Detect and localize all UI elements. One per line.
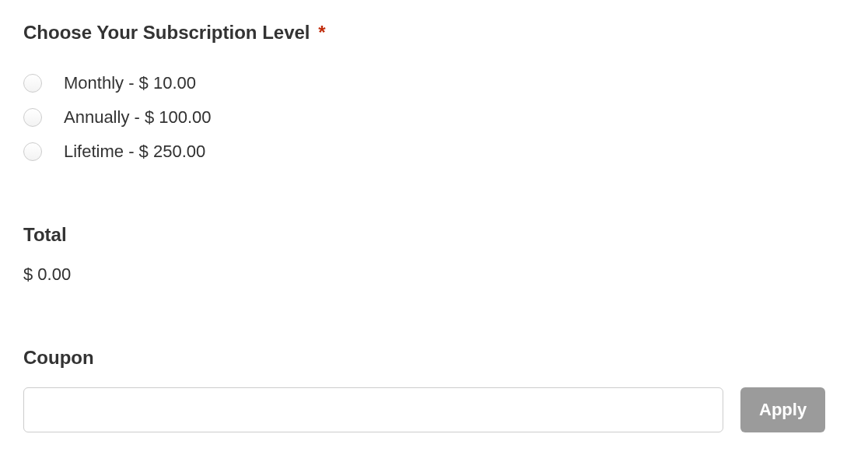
radio-label-monthly: Monthly - $ 10.00 <box>64 73 196 93</box>
radio-icon <box>23 108 42 127</box>
radio-label-lifetime: Lifetime - $ 250.00 <box>64 142 205 162</box>
subscription-label-text: Choose Your Subscription Level <box>23 22 310 43</box>
subscription-radio-group: Monthly - $ 10.00 Annually - $ 100.00 Li… <box>23 73 845 162</box>
total-label: Total <box>23 224 845 246</box>
subscription-label: Choose Your Subscription Level * <box>23 22 845 44</box>
radio-icon <box>23 74 42 93</box>
radio-label-annually: Annually - $ 100.00 <box>64 107 212 128</box>
coupon-label: Coupon <box>23 347 845 369</box>
radio-option-annually[interactable]: Annually - $ 100.00 <box>23 107 845 128</box>
coupon-row: Apply <box>23 387 845 432</box>
apply-button[interactable]: Apply <box>740 387 825 432</box>
radio-option-monthly[interactable]: Monthly - $ 10.00 <box>23 73 845 93</box>
coupon-field: Coupon Apply <box>23 347 845 432</box>
subscription-field: Choose Your Subscription Level * Monthly… <box>23 22 845 162</box>
radio-option-lifetime[interactable]: Lifetime - $ 250.00 <box>23 142 845 162</box>
required-asterisk: * <box>318 22 325 43</box>
radio-icon <box>23 142 42 161</box>
total-value: $ 0.00 <box>23 264 845 285</box>
total-field: Total $ 0.00 <box>23 224 845 285</box>
coupon-input[interactable] <box>23 387 723 432</box>
